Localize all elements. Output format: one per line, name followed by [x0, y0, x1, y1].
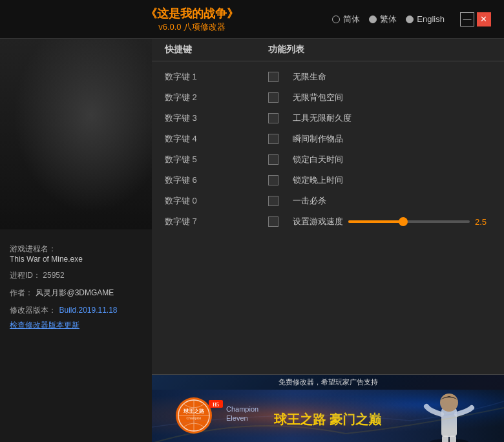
slider-thumb[interactable] [399, 217, 408, 226]
feature-name-1: 无限背包空间 [288, 92, 491, 103]
feature-row-5[interactable]: 数字键 6 锁定晚上时间 [152, 170, 504, 191]
speed-feature-row: 数字键 7 设置游戏速度 2.5 [152, 211, 504, 232]
checkbox-4[interactable] [268, 154, 278, 165]
radio-traditional [369, 16, 377, 23]
checkbox-3[interactable] [268, 134, 278, 144]
feature-row-6[interactable]: 数字键 0 一击必杀 [152, 191, 504, 211]
key-label-2: 数字键 3 [165, 112, 268, 124]
process-id-label: 进程ID： 25952 [10, 270, 142, 281]
ad-content: 球王之路 Champion H5 Champion Eleven 球王之路 豪门… [152, 390, 504, 442]
radio-simplified [332, 16, 340, 23]
feature-header: 快捷键 功能列表 [152, 39, 504, 61]
feature-row-1[interactable]: 数字键 2 无限背包空间 [152, 87, 504, 108]
author-value: 风灵月影@3DMGAME [36, 288, 114, 297]
feature-row-0[interactable]: 数字键 1 无限生命 [152, 67, 504, 87]
feature-row-3[interactable]: 数字键 4 瞬间制作物品 [152, 129, 504, 149]
lang-traditional-label: 繁体 [380, 14, 397, 25]
main-title: 《这是我的战争》 [145, 6, 238, 21]
title-text: 《这是我的战争》 v6.0.0 八项修改器 [145, 6, 238, 33]
slider-container: 设置游戏速度 2.5 [288, 216, 491, 227]
update-link[interactable]: 检查修改器版本更新 [10, 321, 79, 330]
process-name-label: 游戏进程名： [10, 244, 142, 255]
version-label: 修改器版本： [10, 306, 56, 315]
feature-name-0: 无限生命 [288, 71, 491, 83]
speed-checkbox[interactable] [268, 216, 278, 227]
game-info: 游戏进程名： This War of Mine.exe 进程ID： 25952 … [0, 229, 152, 339]
speed-key-label: 数字键 7 [165, 216, 268, 227]
feature-name-4: 锁定白天时间 [288, 154, 491, 165]
feature-rows-container: 数字键 1 无限生命 数字键 2 无限背包空间 数字键 3 工具无限耐久度 数字… [152, 67, 504, 211]
col-shortcut-header: 快捷键 [165, 44, 268, 56]
radio-english [406, 16, 414, 23]
feature-name-2: 工具无限耐久度 [288, 112, 491, 124]
right-panel: 快捷键 功能列表 数字键 1 无限生命 数字键 2 无限背包空间 数字键 3 工… [152, 39, 504, 442]
checkbox-0[interactable] [268, 72, 278, 82]
feature-name-6: 一击必杀 [288, 195, 491, 207]
checkbox-1[interactable] [268, 92, 278, 103]
key-label-5: 数字键 6 [165, 174, 268, 186]
key-label-1: 数字键 2 [165, 92, 268, 103]
sub-title: v6.0.0 八项修改器 [158, 21, 226, 33]
game-image-bg [0, 39, 152, 229]
process-name-value: This War of Mine.exe [10, 255, 142, 264]
ad-bg-decoration [152, 390, 504, 442]
slider-value: 2.5 [475, 217, 491, 227]
ad-label: 免费修改器，希望玩家广告支持 [152, 375, 504, 390]
game-image: THIS WAR OF MINE [0, 39, 152, 229]
slider-fill [348, 220, 403, 223]
lang-simplified-label: 简体 [343, 14, 360, 25]
speed-slider[interactable] [348, 220, 470, 223]
close-button[interactable]: ✕ [477, 12, 491, 26]
key-label-0: 数字键 1 [165, 71, 268, 83]
feature-row-2[interactable]: 数字键 3 工具无限耐久度 [152, 108, 504, 129]
main-content: THIS WAR OF MINE 游戏进程名： This War of Mine… [0, 39, 504, 442]
ad-banner[interactable]: 免费修改器，希望玩家广告支持 [152, 374, 504, 442]
lang-traditional[interactable]: 繁体 [369, 14, 397, 25]
checkbox-5[interactable] [268, 175, 278, 185]
checkbox-6[interactable] [268, 196, 278, 206]
key-label-3: 数字键 4 [165, 133, 268, 145]
speed-feature-name: 设置游戏速度 [293, 216, 343, 227]
language-controls: 简体 繁体 English — ✕ [332, 12, 491, 26]
key-label-6: 数字键 0 [165, 195, 268, 207]
col-feature-header: 功能列表 [268, 44, 491, 56]
lang-english[interactable]: English [406, 14, 445, 24]
feature-list: 数字键 1 无限生命 数字键 2 无限背包空间 数字键 3 工具无限耐久度 数字… [152, 61, 504, 374]
minimize-button[interactable]: — [460, 12, 474, 26]
feature-name-5: 锁定晚上时间 [288, 174, 491, 186]
author-label: 作者： [10, 288, 33, 297]
lang-english-label: English [417, 14, 445, 24]
feature-name-3: 瞬间制作物品 [288, 133, 491, 145]
feature-row-4[interactable]: 数字键 5 锁定白天时间 [152, 149, 504, 170]
version-value: Build.2019.11.18 [59, 306, 117, 315]
lang-simplified[interactable]: 简体 [332, 14, 360, 25]
key-label-4: 数字键 5 [165, 154, 268, 165]
window-buttons: — ✕ [460, 12, 491, 26]
title-bar: 《这是我的战争》 v6.0.0 八项修改器 简体 繁体 English — ✕ [0, 0, 504, 39]
checkbox-2[interactable] [268, 113, 278, 123]
left-panel: THIS WAR OF MINE 游戏进程名： This War of Mine… [0, 39, 152, 442]
